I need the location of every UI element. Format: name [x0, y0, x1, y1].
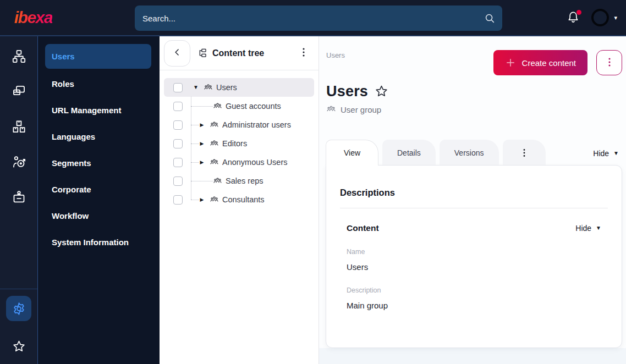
user-menu-caret-icon[interactable]: ▾	[614, 14, 617, 21]
tabs-overflow-kebab-button[interactable]	[503, 140, 546, 165]
chevron-left-icon	[172, 47, 183, 59]
plus-icon	[505, 57, 516, 68]
tree-connector	[191, 162, 199, 163]
card-divider	[340, 208, 608, 208]
user-group-icon	[210, 139, 219, 148]
tree-item-label: Anonymous Users	[222, 158, 287, 167]
caret-right-icon[interactable]: ▶	[199, 197, 205, 202]
kebab-icon	[603, 56, 616, 70]
notifications-bell-icon[interactable]	[566, 10, 580, 25]
tree-item-checkbox[interactable]	[173, 139, 183, 148]
secondary-sidebar: UsersRolesURL ManagementLanguagesSegment…	[38, 36, 160, 364]
ibexa-logo[interactable]: ibexa	[14, 8, 52, 27]
tree-connector	[191, 125, 199, 125]
content-tree-list: ▼UsersGuest accounts▶Administrator users…	[160, 70, 319, 209]
tree-item-administrator-users[interactable]: ▶Administrator users	[164, 115, 314, 134]
tree-item-anonymous-users[interactable]: ▶Anonymous Users	[164, 153, 314, 172]
create-content-label: Create content	[522, 58, 576, 68]
caret-down-icon: ▼	[596, 225, 601, 231]
tree-item-checkbox[interactable]	[173, 102, 183, 111]
sidebar-item-system-information[interactable]: System Information	[38, 229, 160, 255]
caret-right-icon[interactable]: ▶	[199, 160, 205, 165]
tree-item-checkbox[interactable]	[173, 195, 183, 205]
tree-connector	[191, 200, 199, 200]
tree-item-users[interactable]: ▼Users	[164, 78, 314, 97]
create-content-button[interactable]: Create content	[493, 50, 587, 75]
tree-item-label: Consultants	[222, 195, 265, 204]
caret-down-icon[interactable]: ▼	[193, 85, 199, 90]
sidebar-item-label: Corporate	[52, 185, 91, 194]
user-group-icon	[210, 120, 219, 130]
field-label: Description	[340, 286, 608, 294]
tab-versions[interactable]: Versions	[440, 140, 499, 165]
search-input[interactable]	[135, 5, 502, 31]
content-structure-icon[interactable]	[8, 45, 30, 67]
star-icon	[12, 339, 26, 354]
sidebar-item-label: Roles	[52, 79, 74, 89]
user-group-icon	[210, 195, 219, 205]
main-footer-area	[319, 348, 626, 364]
tree-item-checkbox[interactable]	[173, 83, 183, 92]
main-content: Users Create content Users User group	[319, 36, 626, 364]
corporate-badge-icon[interactable]	[8, 186, 30, 208]
caret-down-icon: ▼	[613, 151, 619, 156]
sidebar-item-roles[interactable]: Roles	[38, 70, 160, 97]
breadcrumb[interactable]: Users	[326, 51, 345, 59]
tree-item-guest-accounts[interactable]: Guest accounts	[164, 97, 314, 115]
sidebar-item-label: Languages	[52, 132, 95, 141]
topbar-actions: ▾	[566, 9, 617, 26]
descriptions-card: Descriptions Content Hide ▼ NameUsersDes…	[326, 165, 622, 348]
sidebar-item-corporate[interactable]: Corporate	[38, 176, 160, 202]
user-avatar[interactable]	[591, 9, 609, 26]
caret-right-icon[interactable]: ▶	[199, 141, 205, 146]
kebab-icon	[298, 52, 310, 60]
content-tree-title: Content tree	[197, 48, 264, 58]
sidebar-item-label: Workflow	[52, 211, 89, 220]
tab-label: View	[344, 148, 360, 157]
tree-item-label: Sales reps	[226, 177, 263, 185]
content-tree-icon	[197, 48, 208, 58]
field-list: NameUsersDescriptionMain group	[340, 248, 608, 310]
pages-icon[interactable]	[8, 80, 30, 102]
tab-details[interactable]: Details	[382, 140, 436, 165]
tree-item-sales-reps[interactable]: Sales reps	[164, 172, 314, 190]
field-label: Name	[340, 248, 608, 256]
sidebar-item-users[interactable]: Users	[45, 44, 151, 69]
kebab-icon	[519, 147, 530, 158]
field-name: NameUsers	[340, 248, 608, 272]
app-shell: UsersRolesURL ManagementLanguagesSegment…	[0, 36, 626, 364]
rail-bottom	[0, 289, 37, 364]
content-section-header: Content Hide ▼	[340, 223, 608, 233]
content-tree-title-label: Content tree	[212, 48, 264, 58]
sidebar-item-segments[interactable]: Segments	[38, 150, 160, 176]
hide-tabs-control[interactable]: Hide ▼	[590, 148, 622, 158]
sidebar-item-workflow[interactable]: Workflow	[38, 202, 160, 229]
tree-item-editors[interactable]: ▶Editors	[164, 134, 314, 153]
personalization-icon[interactable]	[8, 151, 30, 173]
id-badge-icon	[12, 190, 26, 205]
user-group-icon	[326, 104, 336, 114]
products-icon[interactable]	[8, 115, 30, 137]
tree-item-checkbox[interactable]	[173, 158, 183, 167]
field-value: Users	[340, 262, 608, 272]
hide-label: Hide	[575, 224, 591, 233]
sidebar-item-languages[interactable]: Languages	[38, 123, 160, 150]
settings-icon[interactable]	[6, 296, 31, 321]
caret-right-icon[interactable]: ▶	[199, 123, 205, 128]
tree-item-consultants[interactable]: ▶Consultants	[164, 190, 314, 209]
sidebar-item-url-management[interactable]: URL Management	[38, 97, 160, 123]
tree-item-checkbox[interactable]	[173, 177, 183, 186]
user-group-icon	[204, 83, 213, 92]
collapse-tree-button[interactable]	[164, 40, 190, 67]
user-group-icon	[210, 158, 219, 167]
topbar: ibexa ▾	[0, 0, 626, 36]
bookmark-star-icon[interactable]	[374, 84, 389, 99]
content-tree-kebab-button[interactable]	[296, 46, 311, 60]
tree-item-checkbox[interactable]	[173, 120, 183, 130]
hide-section-control[interactable]: Hide ▼	[572, 223, 605, 233]
tree-connector	[191, 144, 199, 144]
bookmarks-icon[interactable]	[8, 335, 30, 357]
tab-view[interactable]: View	[326, 140, 378, 165]
gear-icon	[12, 301, 26, 316]
page-actions-kebab-button[interactable]	[596, 50, 622, 75]
